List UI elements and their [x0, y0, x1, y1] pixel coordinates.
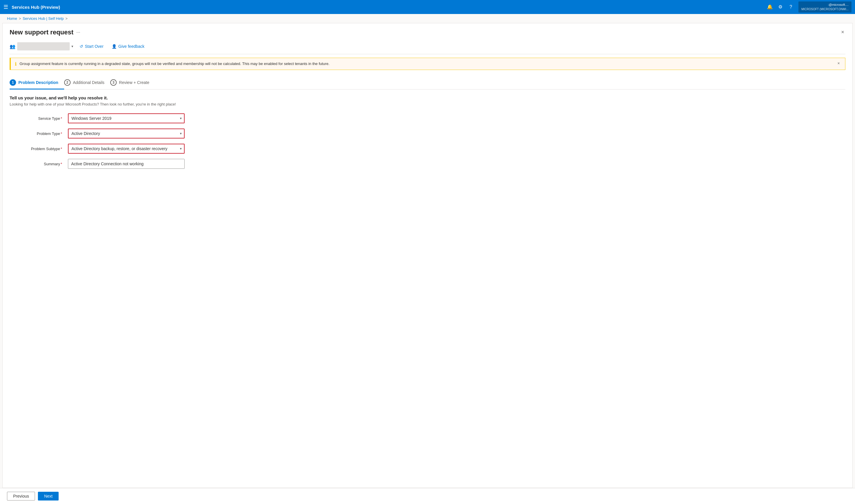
- problem-type-row: Problem Type* Active Directory DNS DHCP …: [10, 129, 845, 139]
- step3-label: Review + Create: [119, 80, 149, 85]
- start-over-label: Start Over: [85, 44, 104, 49]
- topbar-icons: 🔔 ⚙ ? :@microsoft.... MICROSOFT (MICROSO…: [767, 1, 852, 12]
- alert-icon: ℹ: [15, 61, 17, 67]
- close-button[interactable]: ×: [840, 28, 845, 36]
- step-review-create[interactable]: 3 Review + Create: [110, 77, 155, 89]
- bottom-bar: Previous Next: [0, 488, 855, 504]
- page-title: New support request: [10, 29, 73, 36]
- summary-input[interactable]: [68, 159, 184, 169]
- user-menu[interactable]: :@microsoft.... MICROSOFT (MICROSOFT.ONM…: [798, 1, 852, 12]
- breadcrumb-sep2: >: [65, 17, 67, 21]
- form-intro: Tell us your issue, and we'll help you r…: [10, 89, 845, 109]
- hamburger-menu-icon[interactable]: ☰: [3, 4, 8, 10]
- problem-subtype-label: Problem Subtype*: [10, 147, 62, 151]
- step-problem-description[interactable]: 1 Problem Description: [10, 77, 64, 89]
- summary-row: Summary*: [10, 159, 845, 169]
- alert-banner: ℹ Group assignment feature is currently …: [10, 58, 845, 70]
- start-over-icon: ↺: [79, 44, 83, 49]
- service-type-label: Service Type*: [10, 116, 62, 121]
- next-button[interactable]: Next: [38, 492, 59, 501]
- give-feedback-button[interactable]: 👤 Give feedback: [110, 43, 146, 50]
- problem-type-select-wrapper: Active Directory DNS DHCP File Services …: [68, 129, 184, 139]
- problem-subtype-row: Problem Subtype* Active Directory backup…: [10, 144, 845, 154]
- app-title: Services Hub (Preview): [12, 5, 763, 10]
- breadcrumb-home[interactable]: Home: [7, 16, 17, 21]
- service-type-select-wrapper: Windows Server 2019 Windows Server 2016 …: [68, 113, 184, 123]
- toolbar: 👥 ▾ ↺ Start Over 👤 Give feedback: [10, 40, 845, 54]
- previous-button[interactable]: Previous: [7, 492, 35, 501]
- breadcrumb: Home > Services Hub | Self Help >: [0, 14, 855, 23]
- main-wrapper: Home > Services Hub | Self Help > New su…: [0, 14, 855, 504]
- settings-icon[interactable]: ⚙: [778, 4, 783, 10]
- start-over-button[interactable]: ↺ Start Over: [78, 43, 105, 50]
- page-header-left: New support request ···: [10, 29, 80, 36]
- alert-close-button[interactable]: ×: [836, 61, 841, 66]
- feedback-icon: 👤: [112, 44, 117, 49]
- alert-text: Group assignment feature is currently ru…: [20, 61, 833, 67]
- notification-icon[interactable]: 🔔: [767, 4, 773, 10]
- steps-bar: 1 Problem Description 2 Additional Detai…: [10, 73, 845, 89]
- step3-circle: 3: [110, 79, 117, 86]
- summary-label: Summary*: [10, 162, 62, 166]
- group-selector[interactable]: 👥 ▾: [10, 42, 73, 50]
- form-body: Service Type* Windows Server 2019 Window…: [10, 109, 845, 179]
- breadcrumb-selfhelp[interactable]: Services Hub | Self Help: [23, 16, 64, 21]
- group-selector-icon: 👥: [10, 44, 15, 49]
- problem-type-label: Problem Type*: [10, 131, 62, 136]
- group-selector-bar: [17, 42, 70, 50]
- user-org: MICROSOFT (MICROSOFT.ONMI...: [801, 7, 849, 11]
- page-container: New support request ··· × 👥 ▾ ↺ Start Ov…: [2, 23, 853, 488]
- form-intro-title: Tell us your issue, and we'll help you r…: [10, 95, 845, 100]
- topbar: ☰ Services Hub (Preview) 🔔 ⚙ ? :@microso…: [0, 0, 855, 14]
- give-feedback-label: Give feedback: [119, 44, 145, 49]
- step2-label: Additional Details: [73, 80, 104, 85]
- step2-circle: 2: [64, 79, 71, 86]
- step1-label: Problem Description: [18, 80, 58, 85]
- service-type-select[interactable]: Windows Server 2019 Windows Server 2016 …: [68, 113, 184, 123]
- service-type-row: Service Type* Windows Server 2019 Window…: [10, 113, 845, 123]
- breadcrumb-sep1: >: [19, 17, 21, 21]
- more-options-icon[interactable]: ···: [76, 30, 80, 35]
- problem-type-select[interactable]: Active Directory DNS DHCP File Services: [68, 129, 184, 139]
- form-intro-sub: Looking for help with one of your Micros…: [10, 102, 845, 106]
- user-email: :@microsoft....: [801, 3, 849, 7]
- help-icon[interactable]: ?: [788, 4, 794, 10]
- problem-subtype-select[interactable]: Active Directory backup, restore, or dis…: [68, 144, 184, 154]
- page-header: New support request ··· ×: [10, 23, 845, 40]
- step-additional-details[interactable]: 2 Additional Details: [64, 77, 110, 89]
- group-dropdown-arrow[interactable]: ▾: [71, 44, 73, 48]
- problem-subtype-select-wrapper: Active Directory backup, restore, or dis…: [68, 144, 184, 154]
- step1-circle: 1: [10, 79, 16, 86]
